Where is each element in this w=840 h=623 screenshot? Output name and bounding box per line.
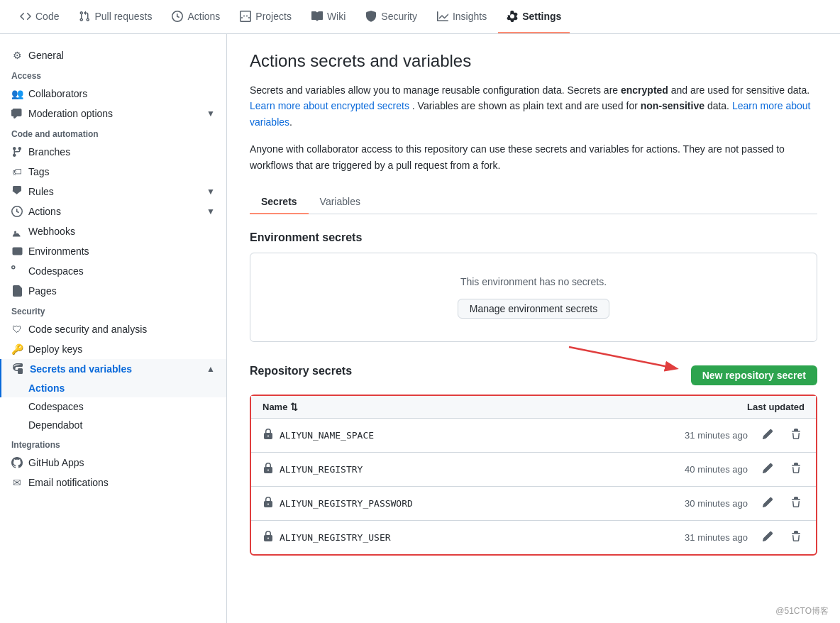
sidebar-item-branches[interactable]: Branches (0, 142, 226, 162)
secret-name-3: ALIYUN_REGISTRY_USER (262, 531, 391, 544)
actions-chevron-icon: ▼ (206, 206, 215, 216)
desc-bold-2: non-sensitive (641, 100, 704, 111)
edit-icon-0[interactable] (759, 426, 776, 445)
sidebar-subitem-codespaces-label: Codespaces (28, 401, 84, 412)
sidebar-item-moderation[interactable]: Moderation options ▼ (0, 104, 226, 123)
sidebar-tags-label: Tags (28, 166, 50, 177)
sidebar-item-webhooks[interactable]: Webhooks (0, 221, 226, 241)
nav-security-label: Security (381, 11, 417, 22)
sidebar-item-collaborators[interactable]: 👥 Collaborators (0, 84, 226, 104)
lock-icon-0 (262, 429, 274, 442)
sidebar-item-code-security[interactable]: 🛡 Code security and analysis (0, 319, 226, 339)
env-secrets-title: Environment secrets (250, 231, 817, 244)
sidebar-subitem-dependabot[interactable]: Dependabot (0, 416, 226, 434)
delete-icon-2[interactable] (788, 494, 805, 513)
secret-meta-3: 31 minutes ago (685, 528, 805, 547)
pr-icon (79, 11, 90, 22)
tab-variables[interactable]: Variables (309, 190, 372, 214)
sidebar-codespaces-label: Codespaces (28, 265, 84, 277)
sidebar-general-label: General (28, 50, 64, 61)
sidebar-collaborators-label: Collaborators (28, 88, 87, 99)
desc-text-4: data. (707, 100, 729, 111)
tabs: Secrets Variables (250, 190, 817, 214)
sidebar-subitem-dependabot-label: Dependabot (28, 419, 82, 431)
note-text: Anyone with collaborator access to this … (250, 141, 817, 173)
edit-icon-2[interactable] (759, 494, 776, 513)
top-nav: Code Pull requests Actions Projects Wiki… (0, 0, 840, 34)
table-row: ALIYUN_NAME_SPACE 31 minutes ago (251, 419, 816, 453)
sidebar-deploy-keys-label: Deploy keys (28, 343, 82, 355)
github-icon (11, 457, 23, 468)
delete-icon-1[interactable] (788, 460, 805, 479)
nav-code[interactable]: Code (11, 0, 67, 33)
secret-name-2: ALIYUN_REGISTRY_PASSWORD (262, 497, 413, 510)
codespaces-icon (11, 265, 23, 277)
sidebar-section-security: Security (0, 301, 226, 319)
secrets-icon (13, 363, 24, 375)
nav-actions[interactable]: Actions (163, 0, 228, 33)
wiki-icon (311, 11, 323, 22)
secret-name-text-1: ALIYUN_REGISTRY (280, 464, 363, 475)
new-secret-btn[interactable]: New repository secret (691, 365, 817, 385)
secret-meta-1: 40 minutes ago (685, 460, 805, 479)
nav-insights-label: Insights (453, 11, 487, 22)
sidebar-item-github-apps[interactable]: GitHub Apps (0, 453, 226, 473)
sidebar-item-secrets[interactable]: Secrets and variables ▲ (0, 359, 226, 379)
edit-icon-3[interactable] (759, 528, 776, 547)
secrets-chevron-icon: ▲ (206, 364, 215, 374)
sidebar-section-code: Code and automation (0, 123, 226, 142)
sidebar-item-email-notifications[interactable]: ✉ Email notifications (0, 473, 226, 492)
sidebar-branches-label: Branches (28, 146, 70, 158)
sidebar-webhooks-label: Webhooks (28, 226, 75, 237)
nav-code-label: Code (35, 11, 59, 22)
sidebar-item-general[interactable]: ⚙ General (0, 45, 226, 65)
nav-security[interactable]: Security (357, 0, 426, 33)
insights-icon (437, 11, 448, 22)
sidebar-item-environments[interactable]: Environments (0, 241, 226, 261)
nav-projects[interactable]: Projects (231, 0, 300, 33)
env-secrets-empty: This environment has no secrets. (273, 276, 794, 287)
edit-icon-1[interactable] (759, 460, 776, 479)
nav-pr-label: Pull requests (94, 11, 152, 22)
sidebar-subitem-actions[interactable]: Actions (0, 379, 226, 397)
secrets-table-header: Name ⇅ Last updated (251, 396, 816, 419)
layout: ⚙ General Access 👥 Collaborators Moderat… (0, 34, 840, 623)
learn-more-secrets-link[interactable]: Learn more about encrypted secrets (250, 100, 409, 111)
table-header-updated: Last updated (747, 402, 805, 412)
people-icon: 👥 (11, 88, 23, 99)
secret-time-1: 40 minutes ago (685, 464, 748, 475)
table-row: ALIYUN_REGISTRY_PASSWORD 30 minutes ago (251, 487, 816, 521)
sidebar-item-pages[interactable]: Pages (0, 281, 226, 301)
manage-env-btn[interactable]: Manage environment secrets (458, 299, 610, 319)
secret-name-1: ALIYUN_REGISTRY (262, 463, 363, 476)
sidebar-item-codespaces[interactable]: Codespaces (0, 261, 226, 281)
nav-insights[interactable]: Insights (429, 0, 495, 33)
sidebar-subitem-codespaces[interactable]: Codespaces (0, 397, 226, 416)
repo-secrets-header: Repository secrets New repository secret (250, 365, 817, 386)
tab-secrets[interactable]: Secrets (250, 190, 309, 214)
sidebar-section-access: Access (0, 65, 226, 84)
sidebar-item-actions[interactable]: Actions ▼ (0, 202, 226, 221)
sidebar-item-tags[interactable]: 🏷 Tags (0, 162, 226, 182)
watermark: @51CTO博客 (775, 605, 829, 617)
nav-settings-label: Settings (522, 11, 561, 22)
moderation-icon (11, 108, 23, 119)
delete-icon-0[interactable] (788, 426, 805, 445)
delete-icon-3[interactable] (788, 528, 805, 547)
sidebar-item-rules[interactable]: Rules ▼ (0, 182, 226, 202)
main-content: Actions secrets and variables Secrets an… (227, 34, 840, 623)
nav-wiki[interactable]: Wiki (303, 0, 354, 33)
sidebar-code-security-label: Code security and analysis (28, 324, 147, 335)
sidebar-github-apps-label: GitHub Apps (28, 457, 84, 468)
sidebar-item-deploy-keys[interactable]: 🔑 Deploy keys (0, 339, 226, 359)
sidebar-section-integrations: Integrations (0, 434, 226, 453)
arrow-annotation (562, 340, 704, 377)
nav-settings[interactable]: Settings (498, 0, 570, 33)
nav-pull-requests[interactable]: Pull requests (70, 0, 160, 33)
secret-time-3: 31 minutes ago (685, 532, 748, 543)
sidebar-moderation-label: Moderation options (28, 108, 113, 119)
table-row: ALIYUN_REGISTRY 40 minutes ago (251, 453, 816, 487)
sidebar-rules-label: Rules (28, 186, 54, 197)
pages-icon (11, 285, 23, 297)
secret-meta-0: 31 minutes ago (685, 426, 805, 445)
